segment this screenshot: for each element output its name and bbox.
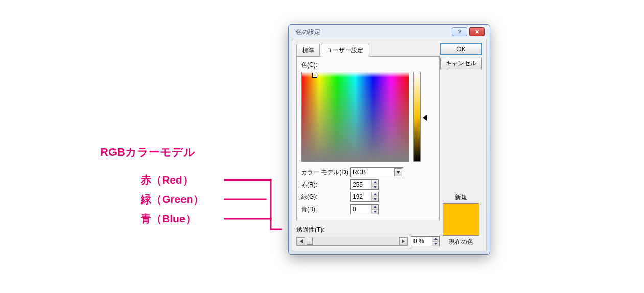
spin-down-button[interactable] — [372, 210, 378, 214]
spin-up-button[interactable] — [372, 205, 378, 210]
blue-label: 青(B): — [301, 205, 350, 214]
chevron-up-icon — [434, 238, 438, 240]
spin-down-button[interactable] — [432, 242, 439, 246]
spin-up-button[interactable] — [372, 180, 378, 185]
new-color-swatch — [443, 203, 479, 236]
chevron-left-icon — [300, 239, 303, 243]
transparency-value[interactable]: 0 % — [411, 237, 432, 246]
blue-value[interactable]: 0 — [351, 205, 371, 214]
color-field-cursor[interactable] — [313, 73, 317, 77]
color-model-value: RGB — [353, 169, 366, 176]
slider-left-button[interactable] — [297, 237, 305, 245]
color-field[interactable] — [301, 72, 409, 162]
chevron-down-icon — [374, 211, 377, 213]
red-spinner[interactable]: 255 — [350, 179, 379, 190]
spin-up-button[interactable] — [372, 192, 378, 197]
close-button[interactable]: ✕ — [469, 27, 485, 36]
annotation-title: RGBカラーモデル — [100, 145, 195, 160]
slider-thumb[interactable] — [307, 238, 313, 245]
red-label: 赤(R): — [301, 181, 350, 189]
titlebar[interactable]: 色の設定 ? ✕ — [292, 25, 487, 39]
annotation-blue: 青（Blue） — [141, 212, 196, 226]
luminance-arrow-icon[interactable] — [423, 115, 427, 121]
tab-standard[interactable]: 標準 — [296, 44, 320, 57]
color-label: 色(C): — [301, 61, 435, 70]
color-model-select[interactable]: RGB — [350, 167, 403, 177]
transparency-spinner[interactable]: 0 % — [411, 236, 440, 246]
green-value[interactable]: 192 — [351, 192, 371, 201]
spin-down-button[interactable] — [372, 197, 378, 202]
new-color-label: 新規 — [440, 193, 482, 202]
spin-up-button[interactable] — [432, 237, 439, 242]
green-label: 緑(G): — [301, 193, 350, 201]
slider-right-button[interactable] — [399, 237, 407, 245]
current-color-label: 現在の色 — [440, 238, 482, 246]
dialog-title: 色の設定 — [296, 28, 450, 36]
luminance-bar[interactable] — [413, 72, 421, 162]
chevron-right-icon — [402, 239, 405, 243]
chevron-down-icon — [374, 186, 377, 188]
annotation-red: 赤（Red） — [141, 173, 193, 187]
green-spinner[interactable]: 192 — [350, 192, 379, 202]
color-model-label: カラー モデル(D): — [301, 168, 350, 177]
dropdown-button[interactable] — [394, 168, 402, 176]
tab-custom[interactable]: ユーザー設定 — [321, 44, 369, 57]
chevron-up-icon — [374, 181, 377, 183]
transparency-label: 透過性(T): — [296, 226, 440, 234]
spin-down-button[interactable] — [372, 185, 378, 190]
annotation-green: 緑（Green） — [141, 192, 204, 207]
blue-spinner[interactable]: 0 — [350, 204, 379, 214]
chevron-down-icon — [374, 198, 377, 200]
chevron-down-icon — [434, 243, 438, 245]
red-value[interactable]: 255 — [351, 180, 371, 189]
annotation-bracket — [225, 174, 291, 234]
color-settings-dialog: 色の設定 ? ✕ OK キャンセル 標準 ユーザー設定 色(C): — [288, 24, 490, 255]
help-button[interactable]: ? — [452, 27, 467, 36]
transparency-slider[interactable] — [296, 237, 408, 246]
chevron-up-icon — [374, 193, 377, 195]
chevron-down-icon — [396, 171, 400, 174]
chevron-up-icon — [374, 206, 377, 208]
cancel-button[interactable]: キャンセル — [440, 58, 482, 69]
